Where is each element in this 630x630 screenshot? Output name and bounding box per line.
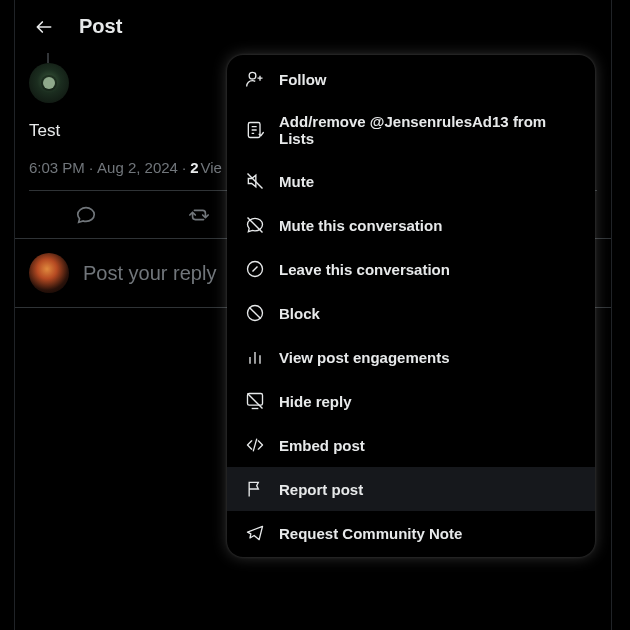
meta-separator: ·: [89, 159, 93, 176]
engagements-icon: [245, 347, 265, 367]
embed-icon: [245, 435, 265, 455]
list-icon: [245, 120, 265, 140]
menu-item-label: Request Community Note: [279, 525, 462, 542]
post-time[interactable]: 6:03 PM: [29, 159, 85, 176]
menu-item-label: Follow: [279, 71, 327, 88]
menu-item-label: Report post: [279, 481, 363, 498]
views-count[interactable]: 2: [190, 159, 198, 176]
menu-item-label: Mute this conversation: [279, 217, 442, 234]
views-label: Vie: [200, 159, 221, 176]
menu-item-engagements[interactable]: View post engagements: [227, 335, 595, 379]
menu-item-hide[interactable]: Hide reply: [227, 379, 595, 423]
reply-button[interactable]: [29, 204, 143, 226]
post-date[interactable]: Aug 2, 2024: [97, 159, 178, 176]
post-actions-menu[interactable]: FollowAdd/remove @JensenrulesAd13 from L…: [227, 55, 595, 557]
menu-item-label: Leave this conversation: [279, 261, 450, 278]
block-icon: [245, 303, 265, 323]
page-title: Post: [79, 15, 122, 38]
leave-icon: [245, 259, 265, 279]
menu-item-mute-convo[interactable]: Mute this conversation: [227, 203, 595, 247]
page-header: Post: [15, 0, 611, 53]
back-button[interactable]: [27, 10, 61, 44]
svg-line-12: [248, 394, 263, 409]
menu-item-label: Block: [279, 305, 320, 322]
menu-item-label: View post engagements: [279, 349, 450, 366]
thread-connector-line: [47, 53, 49, 63]
menu-item-embed[interactable]: Embed post: [227, 423, 595, 467]
mute-convo-icon: [245, 215, 265, 235]
meta-separator: ·: [182, 159, 186, 176]
menu-item-list[interactable]: Add/remove @JensenrulesAd13 from Lists: [227, 101, 595, 159]
arrow-left-icon: [34, 17, 54, 37]
hide-icon: [245, 391, 265, 411]
mute-icon: [245, 171, 265, 191]
reply-icon: [75, 204, 97, 226]
menu-item-block[interactable]: Block: [227, 291, 595, 335]
user-avatar[interactable]: [29, 253, 69, 293]
menu-item-leave[interactable]: Leave this conversation: [227, 247, 595, 291]
menu-item-report[interactable]: Report post: [227, 467, 595, 511]
author-avatar[interactable]: [29, 63, 69, 103]
menu-item-note[interactable]: Request Community Note: [227, 511, 595, 555]
svg-point-0: [249, 72, 256, 79]
menu-item-label: Embed post: [279, 437, 365, 454]
menu-item-follow[interactable]: Follow: [227, 57, 595, 101]
menu-item-mute[interactable]: Mute: [227, 159, 595, 203]
note-icon: [245, 523, 265, 543]
menu-item-label: Add/remove @JensenrulesAd13 from Lists: [279, 113, 577, 147]
svg-line-6: [249, 307, 261, 319]
menu-item-label: Mute: [279, 173, 314, 190]
menu-item-label: Hide reply: [279, 393, 352, 410]
follow-icon: [245, 69, 265, 89]
repost-icon: [188, 204, 210, 226]
report-icon: [245, 479, 265, 499]
